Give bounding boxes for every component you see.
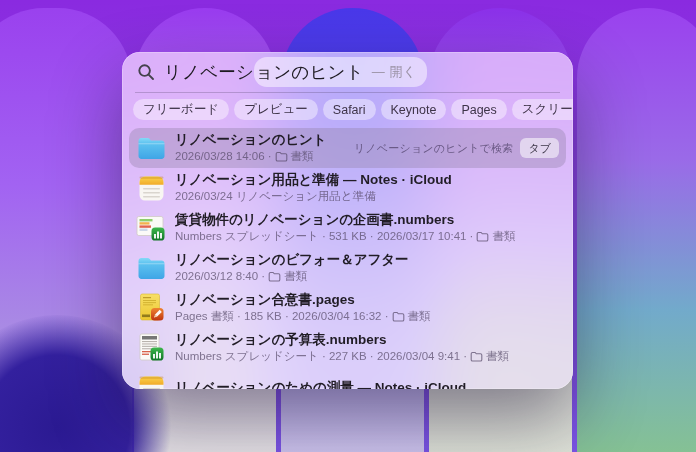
spotlight-search-bar[interactable]: リノベーションのヒント— 開く — [122, 52, 573, 92]
result-title: リノベーションのビフォー＆アフター — [175, 252, 559, 269]
search-results-list: リノベーションのヒント 2026/03/28 14:06 · 書類 リノベーショ… — [122, 126, 573, 389]
result-location-label: 書類 — [486, 349, 509, 363]
result-subtitle: 2026/03/28 14:06 · 書類 — [175, 149, 346, 163]
folder-small-icon — [392, 311, 405, 322]
desktop: リノベーションのヒント— 開く フリーボードプレビューSafariKeynote… — [0, 0, 696, 452]
filter-chip-2[interactable]: プレビュー — [234, 99, 318, 120]
open-hint-label: — 開く — [372, 63, 417, 81]
result-title: リノベーションのヒント — [175, 132, 346, 149]
result-row-4[interactable]: リノベーションのビフォー＆アフター 2026/03/12 8:40 · 書類 — [129, 248, 566, 288]
numbers-landscape-icon — [136, 213, 166, 243]
folder-small-icon — [275, 151, 288, 162]
search-typed-text: リノベーシ — [164, 60, 254, 84]
folder-small-icon — [268, 271, 281, 282]
result-meta-text: 2026/03/12 8:40 · — [175, 269, 265, 283]
result-subtitle: Numbers スプレッドシート · 227 KB · 2026/03/04 9… — [175, 349, 559, 363]
result-subtitle: 2026/03/12 8:40 · 書類 — [175, 269, 559, 283]
result-subtitle: Pages 書類 · 185 KB · 2026/03/04 16:32 · 書… — [175, 309, 559, 323]
result-subtitle: 2026/03/24 リノベーション用品と準備 — [175, 189, 559, 203]
search-with-hint: リノベーションのヒントで検索 — [354, 141, 514, 156]
tab-key-badge: タブ — [520, 138, 559, 158]
result-title: リノベーション用品と準備 — Notes · iCloud — [175, 172, 559, 189]
result-row-1[interactable]: リノベーションのヒント 2026/03/28 14:06 · 書類 リノベーショ… — [129, 128, 566, 168]
filter-chip-5[interactable]: Pages — [451, 99, 506, 120]
notes-icon — [136, 173, 166, 203]
result-meta-text: 2026/03/28 14:06 · — [175, 149, 272, 163]
result-meta-text: Numbers スプレッドシート · 227 KB · 2026/03/04 9… — [175, 349, 467, 363]
search-completion-text: ョンのヒント — [255, 60, 364, 84]
result-location-label: 書類 — [408, 309, 431, 323]
filter-chip-3[interactable]: Safari — [323, 99, 376, 120]
result-title: リノベーションのための測量 — Notes · iCloud — [175, 380, 559, 389]
search-icon — [137, 63, 155, 81]
wallpaper-bar — [577, 8, 696, 452]
folder-small-icon — [470, 351, 483, 362]
result-title: リノベーション合意書.pages — [175, 292, 559, 309]
result-meta-text: 2026/03/24 リノベーション用品と準備 — [175, 189, 376, 203]
result-subtitle: Numbers スプレッドシート · 531 KB · 2026/03/17 1… — [175, 229, 559, 243]
result-location-label: 書類 — [492, 229, 515, 243]
search-input[interactable]: リノベーションのヒント— 開く — [164, 57, 427, 87]
autocomplete-pill: ョンのヒント— 開く — [254, 57, 427, 87]
result-row-5[interactable]: リノベーション合意書.pages Pages 書類 · 185 KB · 202… — [129, 288, 566, 328]
result-title: リノベーションの予算表.numbers — [175, 332, 559, 349]
result-row-6[interactable]: リノベーションの予算表.numbers Numbers スプレッドシート · 2… — [129, 328, 566, 368]
result-row-7[interactable]: リノベーションのための測量 — Notes · iCloud — [129, 368, 566, 389]
result-location-label: 書類 — [291, 149, 314, 163]
folder-small-icon — [476, 231, 489, 242]
result-title: 賃貸物件のリノベーションの企画書.numbers — [175, 212, 559, 229]
result-location-label: 書類 — [284, 269, 307, 283]
result-meta-text: Pages 書類 · 185 KB · 2026/03/04 16:32 · — [175, 309, 389, 323]
filter-chip-4[interactable]: Keynote — [381, 99, 447, 120]
result-row-2[interactable]: リノベーション用品と準備 — Notes · iCloud 2026/03/24… — [129, 168, 566, 208]
result-meta-text: Numbers スプレッドシート · 531 KB · 2026/03/17 1… — [175, 229, 473, 243]
folder-icon — [136, 253, 166, 283]
folder-icon — [136, 133, 166, 163]
filter-chip-6[interactable]: スクリーンショット — [512, 99, 573, 120]
notes-icon — [136, 373, 166, 389]
result-row-3[interactable]: 賃貸物件のリノベーションの企画書.numbers Numbers スプレッドシー… — [129, 208, 566, 248]
spotlight-window: リノベーションのヒント— 開く フリーボードプレビューSafariKeynote… — [122, 52, 573, 389]
filter-chip-row: フリーボードプレビューSafariKeynotePagesスクリーンショットメー… — [122, 93, 573, 126]
filter-chip-1[interactable]: フリーボード — [133, 99, 229, 120]
pages-icon — [136, 293, 166, 323]
numbers-portrait-icon — [136, 333, 166, 363]
